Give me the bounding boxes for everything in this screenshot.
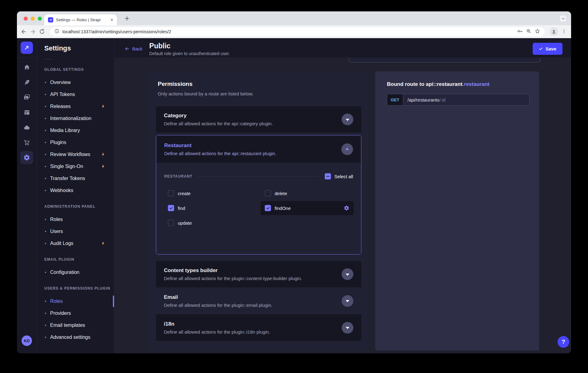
browser-tab[interactable]: Settings — Roles | Strapi × [44, 14, 117, 25]
bullet-icon [45, 178, 46, 179]
bullet-icon [45, 94, 46, 95]
sidebar-item-releases[interactable]: Releases [37, 100, 114, 112]
permission-create: create [164, 186, 257, 200]
sidebar-item-email-templates[interactable]: Email templates [37, 319, 114, 331]
bullet-icon [45, 219, 46, 220]
close-window-button[interactable] [24, 17, 28, 21]
sidebar-item-review-workflows[interactable]: Review Workflows [37, 148, 114, 160]
marketplace-cart-icon[interactable] [23, 139, 30, 146]
strapi-logo-icon[interactable] [21, 42, 33, 54]
home-icon[interactable] [23, 64, 30, 70]
back-link[interactable]: Back [125, 46, 142, 51]
accordion-description: Define all allowed actions for the plugi… [164, 276, 342, 281]
sidebar-item-advanced-settings[interactable]: Advanced settings [37, 331, 114, 343]
chevron-down-icon [346, 300, 349, 302]
accordion-description: Define all allowed actions for the plugi… [164, 303, 342, 308]
permission-find: find [164, 201, 257, 215]
help-button[interactable]: ? [558, 336, 569, 348]
content-scroll-area[interactable]: Permissions Only actions bound by a rout… [114, 58, 571, 353]
save-button[interactable]: Save [533, 43, 562, 55]
route-path: /api/restaurants/:id [403, 94, 445, 105]
bookmark-star-icon[interactable] [534, 28, 540, 35]
bullet-icon [45, 325, 46, 326]
sidebar-item-email-configuration[interactable]: Configuration [37, 266, 114, 278]
tab-close-icon[interactable]: × [110, 18, 114, 22]
bullet-icon [45, 313, 46, 314]
find-checkbox[interactable] [168, 205, 174, 211]
sidebar-item-api-tokens[interactable]: API Tokens [37, 88, 114, 100]
route-display: GET /api/restaurants/:id [387, 94, 530, 106]
bullet-icon [45, 190, 46, 191]
settings-sidebar: Settings GLOBAL SETTINGS Overview API To… [37, 38, 114, 353]
permission-delete: delete [260, 186, 354, 200]
browser-profile-avatar[interactable] [550, 27, 558, 36]
deploy-cloud-icon[interactable] [23, 124, 30, 131]
bullet-icon [45, 106, 46, 107]
accordion-email[interactable]: Email Define all allowed actions for the… [156, 287, 361, 314]
content-manager-feather-icon[interactable] [23, 79, 30, 86]
create-checkbox[interactable] [168, 190, 174, 196]
permissions-panel: Permissions Only actions bound by a rout… [148, 71, 369, 351]
sidebar-item-admin-users[interactable]: Users [37, 225, 114, 237]
collapse-toggle-button[interactable] [341, 143, 353, 155]
settings-gear-icon [23, 154, 30, 161]
section-users-permissions-plugin: USERS & PERMISSIONS PLUGIN Roles Provide… [37, 286, 114, 343]
findone-checkbox[interactable] [265, 205, 271, 211]
nav-rail: KD [17, 38, 37, 353]
sidebar-item-plugins[interactable]: Plugins [37, 136, 114, 148]
select-all-checkbox[interactable] [325, 173, 331, 179]
forward-icon[interactable] [30, 29, 36, 35]
expand-toggle-button[interactable] [342, 114, 353, 125]
expand-toggle-button[interactable] [342, 322, 353, 334]
zoom-page-icon[interactable] [526, 28, 531, 35]
back-icon[interactable] [21, 29, 27, 35]
sidebar-title: Settings [44, 44, 114, 52]
delete-checkbox[interactable] [265, 190, 271, 196]
sidebar-item-overview[interactable]: Overview [37, 76, 114, 88]
sidebar-item-providers[interactable]: Providers [37, 307, 114, 319]
bound-route-panel: Bound route to api::restaurant.restauran… [375, 71, 539, 351]
url-bar[interactable]: localhost:1337/admin/settings/users-perm… [50, 27, 545, 36]
findone-settings-gear-icon[interactable] [344, 205, 349, 211]
user-avatar[interactable]: KD [22, 335, 32, 346]
password-key-icon[interactable] [517, 28, 523, 35]
accordion-title: Content types builder [164, 267, 342, 274]
chevron-down-icon [346, 274, 349, 276]
expand-toggle-button[interactable] [342, 295, 353, 307]
sidebar-item-audit-logs[interactable]: Audit Logs [37, 237, 114, 249]
title-block: Public Default role given to unauthentic… [149, 42, 230, 56]
update-checkbox[interactable] [168, 220, 174, 226]
tab-search-chevron-icon[interactable] [560, 15, 566, 22]
settings-nav-active[interactable] [20, 151, 33, 164]
accordion-title: Restaurant [164, 142, 341, 149]
zoom-window-button[interactable] [38, 17, 42, 21]
site-info-icon[interactable] [54, 29, 59, 35]
sidebar-item-internationalization[interactable]: Internationalization [37, 112, 114, 124]
sidebar-item-up-roles[interactable]: Roles [37, 295, 114, 307]
bullet-icon [45, 243, 46, 244]
expand-toggle-button[interactable] [342, 268, 353, 280]
accordion-restaurant-header[interactable]: Restaurant Define all allowed actions fo… [156, 135, 361, 163]
sidebar-item-admin-roles[interactable]: Roles [37, 213, 114, 225]
reload-icon[interactable] [39, 29, 45, 35]
sidebar-item-webhooks[interactable]: Webhooks [37, 184, 114, 196]
sidebar-item-media-library[interactable]: Media Library [37, 124, 114, 136]
description-input-cutoff[interactable] [349, 58, 540, 62]
sidebar-item-transfer-tokens[interactable]: Transfer Tokens [37, 172, 114, 184]
media-library-icon[interactable] [23, 94, 30, 101]
permission-findone[interactable]: findOne [260, 201, 354, 215]
browser-menu-kebab-icon[interactable] [561, 29, 567, 35]
bullet-icon [45, 154, 46, 155]
accordion-title: Email [164, 294, 342, 300]
accordion-description: Define all allowed actions for the plugi… [164, 329, 342, 335]
accordion-i18n[interactable]: i18n Define all allowed actions for the … [156, 314, 361, 341]
content-type-builder-icon[interactable] [23, 109, 30, 116]
url-text[interactable]: localhost:1337/admin/settings/users-perm… [62, 29, 514, 34]
group-label: RESTAURANT [164, 174, 193, 178]
sidebar-item-single-sign-on[interactable]: Single Sign-On [37, 160, 114, 172]
accordion-content-types-builder[interactable]: Content types builder Define all allowed… [156, 261, 361, 287]
new-tab-button[interactable] [124, 15, 130, 22]
minimize-window-button[interactable] [31, 17, 35, 21]
check-icon [539, 47, 543, 51]
accordion-category[interactable]: Category Define all allowed actions for … [156, 106, 361, 133]
